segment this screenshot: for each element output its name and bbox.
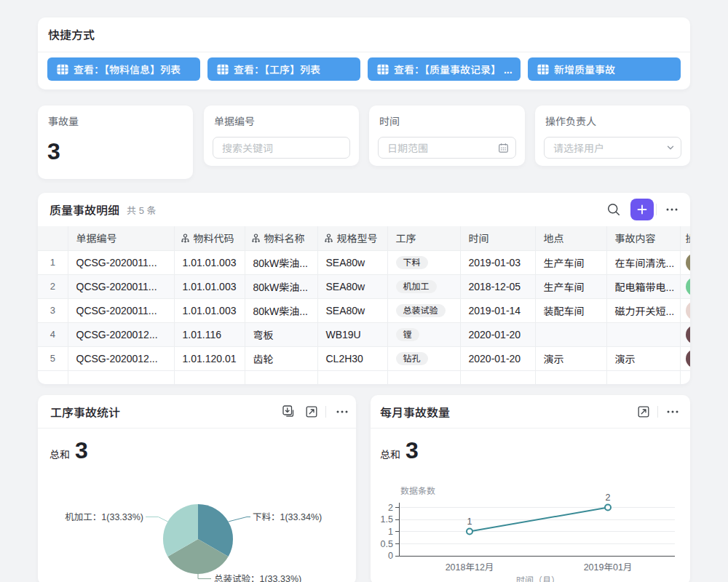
svg-text:2: 2 — [606, 493, 611, 503]
svg-text:下料：1(33.34%): 下料：1(33.34%) — [253, 512, 322, 522]
svg-text:1: 1 — [388, 527, 393, 537]
svg-text:数据条数: 数据条数 — [400, 486, 435, 496]
svg-text:2: 2 — [388, 503, 393, 513]
svg-text:总装试验：1(33.33%): 总装试验：1(33.33%) — [214, 574, 301, 582]
svg-text:2018年12月: 2018年12月 — [446, 562, 494, 573]
svg-text:1: 1 — [467, 517, 472, 527]
svg-text:2019年01月: 2019年01月 — [584, 562, 633, 573]
svg-text:0.5: 0.5 — [381, 539, 393, 549]
svg-text:0: 0 — [388, 551, 393, 561]
svg-text:时间（月）: 时间（月） — [516, 575, 560, 582]
svg-text:机加工：1(33.33%): 机加工：1(33.33%) — [65, 512, 143, 522]
svg-text:1.5: 1.5 — [381, 514, 393, 525]
